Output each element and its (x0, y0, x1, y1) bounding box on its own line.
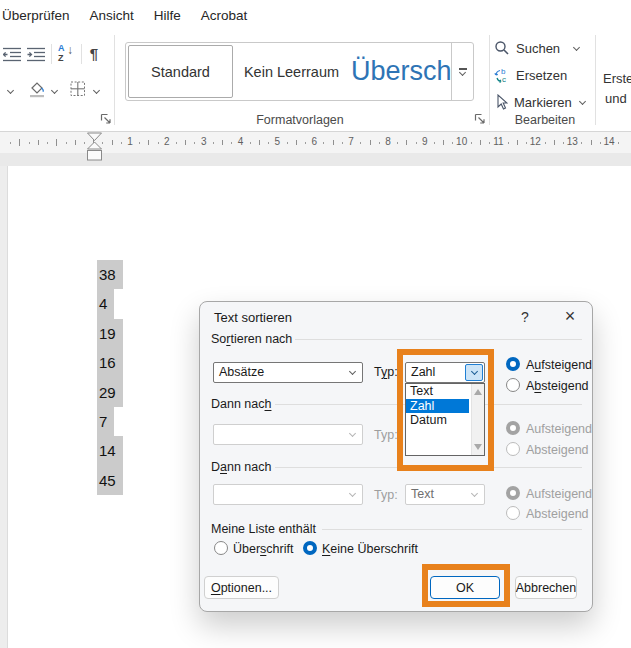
replace-icon: b c (494, 67, 510, 83)
sort-button[interactable]: A Z ↓ (56, 44, 78, 64)
ruler-dot (29, 142, 30, 144)
typ-label-1: Typ: (374, 365, 398, 379)
document-line[interactable]: 19 (97, 319, 123, 348)
search-button[interactable]: Suchen (494, 37, 579, 59)
ruler-tick (19, 139, 20, 146)
ruler-dot (397, 142, 398, 144)
ruler-tick (591, 140, 592, 145)
menu-item-hilfe[interactable]: Hilfe (154, 8, 181, 23)
chevron-down-icon (6, 86, 13, 93)
then-by-2-group-label: Dann nach (211, 460, 271, 474)
document-line[interactable]: 38 (97, 260, 123, 289)
no-header-radio[interactable] (303, 541, 317, 555)
ruler-tick (554, 140, 555, 145)
ascending-radio-1[interactable] (506, 357, 520, 371)
typ-combobox-3[interactable]: Text (405, 484, 485, 505)
ruler-tick (222, 140, 223, 145)
typ-value: Zahl (411, 365, 435, 379)
sort-by-field-combobox[interactable]: Absätze (213, 362, 363, 383)
combo-dropdown-button[interactable] (343, 426, 361, 443)
show-paragraph-marks-button[interactable]: ¶ (85, 43, 103, 63)
borders-button[interactable] (68, 80, 88, 98)
paragraph-dialog-launcher[interactable] (100, 111, 112, 123)
typ-combobox-open[interactable]: Zahl (405, 362, 485, 383)
header-radio[interactable] (214, 541, 228, 555)
style-kein-leerraum[interactable]: Kein Leerraum (235, 43, 348, 100)
replace-button[interactable]: b c Ersetzen (494, 64, 567, 86)
options-button[interactable]: Optionen... (204, 576, 279, 599)
combo-dropdown-button[interactable] (465, 486, 483, 503)
ruler-number: 11 (493, 136, 503, 147)
document-line[interactable]: 29 (97, 378, 123, 407)
highlighted-text: 29 (97, 378, 123, 407)
ok-button[interactable]: OK (430, 576, 500, 599)
cancel-button[interactable]: Abbrechen (515, 576, 577, 599)
combo-dropdown-button[interactable] (343, 486, 361, 503)
then-by-1-field-combobox[interactable] (213, 424, 363, 445)
document-line[interactable]: 4 (97, 289, 123, 318)
scroll-up-arrow-icon[interactable] (474, 389, 482, 395)
select-button[interactable]: Markieren (494, 91, 585, 113)
style-ueberschrift[interactable]: Überschrift (348, 43, 451, 100)
descending-radio-2[interactable] (506, 442, 520, 456)
ruler-dot (416, 142, 417, 144)
document-line[interactable]: 14 (97, 436, 123, 465)
chevron-down-icon (573, 43, 580, 50)
group-line (322, 529, 582, 530)
ruler-dot (231, 142, 232, 144)
ruler-number: 6 (311, 136, 317, 147)
menu-item-acrobat[interactable]: Acrobat (201, 8, 248, 23)
indent-marker[interactable] (86, 132, 103, 166)
ruler-dot (434, 142, 435, 144)
borders-dropdown-chevron[interactable] (90, 84, 102, 98)
styles-dialog-launcher[interactable] (474, 111, 486, 123)
document-line[interactable]: 7 (97, 407, 123, 436)
typ-label-3: Typ: (374, 488, 398, 502)
ruler-tick (38, 140, 39, 145)
dropdown-option-zahl[interactable]: Zahl (406, 399, 469, 414)
dropdown-scrollbar[interactable] (471, 384, 484, 455)
document-line[interactable]: 16 (97, 348, 123, 377)
then-by-2-field-combobox[interactable] (213, 484, 363, 505)
chevron-down-icon (348, 368, 355, 375)
menu-item-ansicht[interactable]: Ansicht (90, 8, 134, 23)
ruler-number: 9 (422, 136, 428, 147)
descending-radio-3[interactable] (506, 506, 520, 520)
ruler-dot (508, 142, 509, 144)
descending-radio-1[interactable] (506, 378, 520, 392)
highlighted-text: 4 (97, 289, 114, 318)
menubar: ÜberprüfenAnsichtHilfeAcrobat (0, 0, 631, 31)
editing-group-label: Bearbeiten (500, 113, 590, 127)
combo-dropdown-button[interactable] (465, 364, 483, 381)
menu-item-überprüfen[interactable]: Überprüfen (2, 8, 70, 23)
style-standard[interactable]: Standard (128, 45, 233, 98)
ruler-dot (471, 142, 472, 144)
dialog-launcher-icon (100, 113, 112, 125)
styles-gallery-more-button[interactable] (451, 43, 473, 100)
ruler-number: 14 (603, 136, 614, 147)
ascending-radio-2[interactable] (506, 421, 520, 435)
chevron-down-icon (92, 86, 99, 93)
sort-text-dialog[interactable]: Text sortieren ? × Sortieren nach Absätz… (199, 301, 593, 612)
dialog-help-button[interactable]: ? (516, 309, 534, 325)
ruler-tick (259, 140, 260, 145)
document-lines: 38419162971445 (97, 260, 123, 495)
group-divider (595, 35, 596, 125)
ruler-tick (185, 140, 186, 145)
ascending-radio-3[interactable] (506, 486, 520, 500)
ruler-dot (360, 142, 361, 144)
shading-dropdown-chevron[interactable] (48, 84, 60, 98)
document-line[interactable]: 45 (97, 466, 123, 495)
dropdown-option-text[interactable]: Text (406, 384, 469, 399)
header-label: Überschrift (233, 542, 293, 556)
combo-dropdown-button[interactable] (343, 364, 361, 381)
descending-label-3: Absteigend (526, 507, 589, 521)
scroll-down-arrow-icon[interactable] (474, 444, 482, 450)
decrease-indent-button[interactable] (2, 46, 23, 63)
borders-icon (70, 81, 86, 97)
dropdown-option-datum[interactable]: Datum (406, 413, 469, 428)
dialog-close-button[interactable]: × (558, 305, 582, 327)
dropdown-chevron-button[interactable] (3, 84, 17, 98)
shading-button[interactable] (26, 79, 48, 99)
increase-indent-button[interactable] (26, 46, 47, 63)
